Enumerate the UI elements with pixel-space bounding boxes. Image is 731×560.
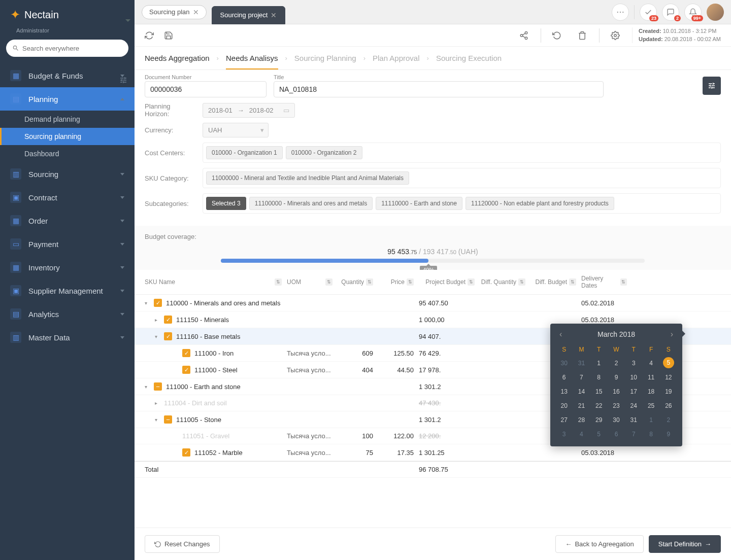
calendar-day[interactable]: 14 xyxy=(574,386,589,398)
step-sourcing-execution[interactable]: Sourcing Execution xyxy=(436,54,502,62)
sub-chip[interactable]: 11110000 - Earth and stone xyxy=(376,197,462,210)
form-settings-button[interactable] xyxy=(703,77,721,95)
start-definition-button[interactable]: Start Definition → xyxy=(649,535,721,553)
sub-selected-chip[interactable]: Selected 3 xyxy=(206,197,246,210)
tree-toggle[interactable]: ▾ xyxy=(145,384,152,390)
calendar-day[interactable]: 7 xyxy=(626,428,641,440)
row-checkbox[interactable]: − xyxy=(164,415,172,424)
calendar-day[interactable]: 10 xyxy=(626,371,641,383)
doc-number-input[interactable] xyxy=(145,81,267,97)
horizon-range[interactable]: 2018-01 → 2018-02 ▭ xyxy=(203,103,295,118)
nav-payment[interactable]: ▭ Payment xyxy=(0,232,135,256)
sub-chip[interactable]: 11100000 - Minerals and ores and metals xyxy=(249,197,373,210)
calendar-day[interactable]: 4 xyxy=(574,428,589,440)
cc-chip[interactable]: 010000 - Organization 1 xyxy=(206,146,283,159)
calendar-day[interactable]: 11 xyxy=(643,371,658,383)
calendar-day[interactable]: 16 xyxy=(609,386,624,398)
row-checkbox[interactable]: ✓ xyxy=(164,316,172,324)
back-button[interactable]: ← Back to Agreegation xyxy=(555,535,643,553)
nav-inventory[interactable]: ▦ Inventory xyxy=(0,256,135,279)
col-price[interactable]: Price⇅ xyxy=(378,275,419,289)
sidebar-collapse-icon[interactable] xyxy=(125,19,130,22)
calendar-day[interactable]: 3 xyxy=(556,428,572,440)
step-needs-aggregation[interactable]: Needs Aggregation xyxy=(145,54,210,62)
reset-changes-button[interactable]: Reset Changes xyxy=(145,535,220,553)
subnav-dashboard[interactable]: Dashboard xyxy=(24,145,135,162)
sub-chip[interactable]: 11120000 - Non edable plant and forestry… xyxy=(466,197,614,210)
cell-date[interactable]: 05.03.2018 xyxy=(581,316,632,324)
currency-select[interactable]: UAH ▾ xyxy=(203,123,269,137)
more-button[interactable]: ⋯ xyxy=(612,4,629,21)
row-checkbox[interactable]: − xyxy=(154,382,162,391)
calendar-day[interactable]: 6 xyxy=(609,428,624,440)
calendar-day[interactable]: 30 xyxy=(609,414,624,426)
row-checkbox[interactable]: ✓ xyxy=(182,448,190,457)
step-plan-approval[interactable]: Plan Approval xyxy=(373,54,420,62)
calendar-day[interactable]: 28 xyxy=(574,414,589,426)
step-sourcing-planning[interactable]: Sourcing Planning xyxy=(294,54,356,62)
subnav-sourcing-planning[interactable]: Sourcing planning xyxy=(0,128,135,145)
row-checkbox[interactable]: ✓ xyxy=(164,332,172,340)
tree-toggle[interactable]: ▾ xyxy=(145,300,152,306)
search-input[interactable] xyxy=(22,45,122,52)
calendar-day[interactable]: 31 xyxy=(626,414,641,426)
table-row[interactable]: ✓111052 - MarbleТысяча усло...7517.351 3… xyxy=(135,444,731,461)
col-diff-budget[interactable]: Diff. Budget⇅ xyxy=(530,275,581,289)
sort-icon[interactable]: ⇅ xyxy=(468,278,475,286)
calendar-day[interactable]: 20 xyxy=(556,400,572,412)
delete-button[interactable] xyxy=(578,30,588,41)
refresh-button[interactable] xyxy=(145,30,155,41)
col-uom[interactable]: UOM⇅ xyxy=(287,275,338,289)
subnav-demand-planning[interactable]: Demand planning xyxy=(24,111,135,128)
tree-toggle[interactable]: ▾ xyxy=(155,334,162,339)
notifications-button[interactable]: 99+ xyxy=(684,4,702,21)
nav-planning[interactable]: ▤ Planning xyxy=(0,87,135,111)
calendar-day[interactable]: 19 xyxy=(661,386,676,398)
close-icon[interactable]: ✕ xyxy=(271,11,277,19)
save-button[interactable] xyxy=(164,30,174,41)
table-row[interactable]: ▾✓110000 - Minerals and ores and metals9… xyxy=(135,295,731,311)
sort-icon[interactable]: ⇅ xyxy=(366,278,373,286)
nav-master-data[interactable]: ▥ Master Data xyxy=(0,326,135,349)
sort-icon[interactable]: ⇅ xyxy=(407,278,414,286)
calendar-day[interactable]: 22 xyxy=(591,400,607,412)
calendar-day[interactable]: 8 xyxy=(591,371,607,383)
nav-budget-funds[interactable]: ▦ Budget & Funds xyxy=(0,64,135,87)
calendar-day[interactable]: 25 xyxy=(643,400,658,412)
col-sku[interactable]: SKU Name⇅ xyxy=(145,275,287,289)
calendar-day[interactable]: 4 xyxy=(643,357,658,369)
nav-supplier-mgmt[interactable]: ▣ Supplier Management xyxy=(0,279,135,302)
step-needs-analysis[interactable]: Needs Analisys xyxy=(226,54,278,69)
cell-date[interactable]: 05.03.2018 xyxy=(581,449,632,457)
calendar-day[interactable]: 13 xyxy=(556,386,572,398)
col-diff-qty[interactable]: Diff. Quantity⇅ xyxy=(480,275,530,289)
calendar-day[interactable]: 15 xyxy=(591,386,607,398)
tree-toggle[interactable]: ▸ xyxy=(155,400,162,406)
approvals-button[interactable]: 23 xyxy=(640,4,657,21)
sort-icon[interactable]: ⇅ xyxy=(620,278,627,286)
nav-order[interactable]: ▦ Order xyxy=(0,209,135,232)
calendar-day[interactable]: 5 xyxy=(591,428,607,440)
row-checkbox[interactable]: ✓ xyxy=(182,349,190,357)
calendar-day[interactable]: 2 xyxy=(609,357,624,369)
calendar-day[interactable]: 9 xyxy=(609,371,624,383)
tab-sourcing-plan[interactable]: Sourcing plan ✕ xyxy=(142,5,207,19)
sort-icon[interactable]: ⇅ xyxy=(569,278,576,286)
prev-month-button[interactable]: ‹ xyxy=(556,330,565,339)
calendar-day[interactable]: 29 xyxy=(591,414,607,426)
tab-sourcing-project[interactable]: Sourcing project ✕ xyxy=(212,6,286,24)
share-button[interactable] xyxy=(519,30,529,41)
calendar-day[interactable]: 9 xyxy=(661,428,676,440)
calendar-day[interactable]: 1 xyxy=(643,414,658,426)
sort-icon[interactable]: ⇅ xyxy=(275,278,282,286)
calendar-day[interactable]: 17 xyxy=(626,386,641,398)
user-avatar[interactable] xyxy=(707,4,724,21)
calendar-day[interactable]: 23 xyxy=(609,400,624,412)
col-quantity[interactable]: Quantity⇅ xyxy=(338,275,378,289)
calendar-day[interactable]: 12 xyxy=(661,371,676,383)
row-checkbox[interactable]: ✓ xyxy=(182,366,190,374)
row-checkbox[interactable]: ✓ xyxy=(154,299,162,307)
calendar-day[interactable]: 3 xyxy=(626,357,641,369)
cell-date[interactable]: 05.02.2018 xyxy=(581,299,632,307)
nav-contract[interactable]: ▣ Contract xyxy=(0,186,135,209)
